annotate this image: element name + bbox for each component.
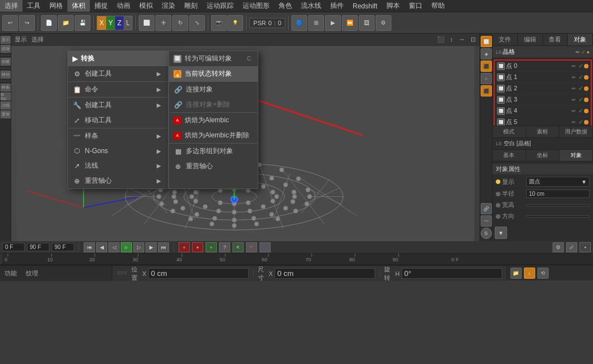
tab-edit[interactable]: 编辑	[518, 34, 543, 45]
tab-obj[interactable]: 对象	[559, 150, 593, 161]
ctx-bake-alembic[interactable]: A 烘焙为Alembic	[169, 112, 258, 128]
ctx-current-state[interactable]: 🔥 当前状态转对象	[169, 66, 258, 81]
timeline-expand-btn[interactable]: ⤢	[566, 242, 577, 252]
light-btn[interactable]: 💡	[227, 15, 243, 31]
render-view-btn[interactable]: ▶	[325, 15, 341, 31]
ctx-poly-group[interactable]: ▦ 多边形组到对象	[169, 143, 258, 159]
ngons-btn[interactable]: N-Go	[1, 93, 11, 100]
mesh-icon-btn[interactable]: ⬜	[481, 36, 492, 47]
new-btn[interactable]: 📄	[41, 15, 57, 31]
s-icon-btn[interactable]: S	[481, 228, 492, 239]
layer-item-5[interactable]: ⬜ 点 5 ✏ ✓	[495, 117, 591, 126]
go-end-btn[interactable]: ⏭	[158, 242, 169, 252]
down-arrow-btn[interactable]: ▼	[495, 227, 507, 239]
start-frame-input[interactable]	[2, 243, 25, 251]
vp-icon-2[interactable]: ↕	[447, 35, 456, 44]
tab-basic[interactable]: 基本	[492, 150, 526, 161]
normal-btn[interactable]: 法线	[1, 102, 11, 109]
dot-icon[interactable]: ●	[587, 49, 590, 55]
spline-btn[interactable]: 样条	[1, 84, 11, 91]
create-tool-btn[interactable]: 创建	[1, 58, 11, 66]
display-btn[interactable]: 显示	[1, 36, 11, 44]
prev-frame-btn[interactable]: ◀	[96, 242, 107, 252]
move-tool[interactable]: ✛	[156, 15, 171, 31]
sphere-icon-btn[interactable]: ○	[481, 73, 492, 84]
vp-icon-3[interactable]: ↔	[458, 35, 467, 44]
current-frame-input[interactable]	[52, 243, 74, 251]
width-value[interactable]	[526, 204, 590, 206]
viewport[interactable]: 显示 选择 ⬛ ↕ ↔ ⊡	[11, 34, 480, 241]
menu-redshift[interactable]: Redshift	[348, 0, 382, 12]
menu-snap[interactable]: 捕捉	[90, 0, 112, 12]
edit-icon[interactable]: ✏	[576, 49, 580, 55]
layer-item-3[interactable]: ⬜ 点 3 ✏ ✓	[495, 94, 591, 105]
rotate-tool[interactable]: ↻	[172, 15, 188, 31]
menu-script[interactable]: 脚本	[382, 0, 404, 12]
menu-sculpt[interactable]: 雕刻	[180, 0, 202, 12]
curve-icon-btn[interactable]: 〰	[481, 215, 492, 227]
cube-icon-btn[interactable]: ⬛	[481, 61, 492, 72]
menu-pipeline[interactable]: 流水线	[296, 0, 326, 12]
layer-item-4[interactable]: ⬜ 点 4 ✏ ✓	[495, 105, 591, 117]
display-dropdown[interactable]: 圆点 ▼	[526, 177, 590, 187]
menu-select[interactable]: 选择	[0, 0, 22, 12]
key-pos-btn[interactable]: P	[246, 242, 257, 252]
key-rot-btn[interactable]: O	[259, 242, 271, 252]
dir-value[interactable]	[526, 215, 590, 218]
layer-item-0[interactable]: ⬜ 点 0 ✏ ✓	[495, 61, 591, 72]
rec-pos-btn[interactable]: ●	[179, 242, 190, 252]
vp-icon-1[interactable]: ⬛	[436, 35, 445, 44]
snap-btn[interactable]: 🔵	[291, 15, 307, 31]
tab-search[interactable]: 索框	[526, 126, 560, 137]
menu-motion-track[interactable]: 运动跟踪	[202, 0, 238, 12]
rb-icon1[interactable]: 📁	[510, 268, 522, 279]
render-all-btn[interactable]: ⏩	[342, 15, 358, 31]
go-start-btn[interactable]: ⏮	[84, 242, 95, 252]
tab-object[interactable]: 对象	[568, 34, 593, 45]
axis-l-btn[interactable]: L	[124, 16, 132, 30]
key-all-btn[interactable]: K	[232, 242, 244, 252]
menu-char[interactable]: 角色	[274, 0, 296, 12]
chain-icon-btn[interactable]: 🔗	[481, 203, 492, 214]
x-input[interactable]	[148, 268, 249, 279]
radius-value[interactable]: 10 cm	[526, 190, 590, 198]
ctx-connect[interactable]: 🔗 连接对象	[169, 81, 258, 97]
x2-input[interactable]	[275, 268, 375, 279]
save-btn[interactable]: 💾	[75, 15, 90, 31]
menu-render[interactable]: 渲染	[157, 0, 180, 12]
next-btn[interactable]: ▷	[133, 242, 144, 252]
menu-sim[interactable]: 模拟	[135, 0, 157, 12]
ctx-normal[interactable]: ↗ 法线 ▶	[68, 158, 168, 173]
tab-mode[interactable]: 模式	[492, 126, 526, 137]
menu-help[interactable]: 帮助	[427, 0, 449, 12]
grid-btn[interactable]: ⊞	[308, 15, 324, 31]
vp-icon-4[interactable]: ⊡	[468, 35, 477, 44]
axis-x-btn[interactable]: X	[97, 16, 106, 30]
render-to-pic[interactable]: 🖼	[359, 15, 375, 31]
view-icon-btn[interactable]: ◈	[481, 48, 492, 59]
select-btn[interactable]: 选项	[1, 45, 11, 53]
ctx-axis[interactable]: ⊕ 重营轴心 ▶	[68, 173, 168, 188]
menu-window[interactable]: 窗口	[404, 0, 427, 12]
ctx-convert-editable[interactable]: ⬜ 转为可编辑对象 C	[169, 51, 258, 66]
help-btn[interactable]: ?	[219, 242, 230, 252]
timeline-end-btn[interactable]: ▪	[580, 242, 591, 252]
axis-btn[interactable]: 重营	[1, 110, 11, 118]
rec-scale-btn[interactable]: ●	[206, 242, 217, 252]
tab-userdata[interactable]: 用户数据	[559, 126, 593, 137]
render-settings[interactable]: ⚙	[376, 15, 391, 31]
ctx-command[interactable]: 📋 命令 ▶	[68, 81, 168, 97]
menu-anim[interactable]: 动画	[112, 0, 135, 12]
next-frame-btn[interactable]: ▶	[145, 242, 157, 252]
end-frame-input[interactable]	[27, 243, 49, 251]
axis-y-btn[interactable]: Y	[106, 16, 115, 30]
redo-btn[interactable]: ↪	[19, 15, 35, 31]
camera-btn[interactable]: 📷	[211, 15, 227, 31]
ctx-spline[interactable]: 〰 样条 ▶	[68, 128, 168, 144]
menu-plugin[interactable]: 插件	[326, 0, 348, 12]
ctx-ngons[interactable]: ⬡ N-Gons ▶	[68, 144, 168, 158]
layer-item-1[interactable]: ⬜ 点 1 ✏ ✓	[495, 72, 591, 83]
layer-item-2[interactable]: ⬜ 点 2 ✏ ✓	[495, 83, 591, 94]
menu-volume[interactable]: 体积	[67, 0, 90, 12]
play-btn[interactable]: ▶	[121, 242, 132, 252]
